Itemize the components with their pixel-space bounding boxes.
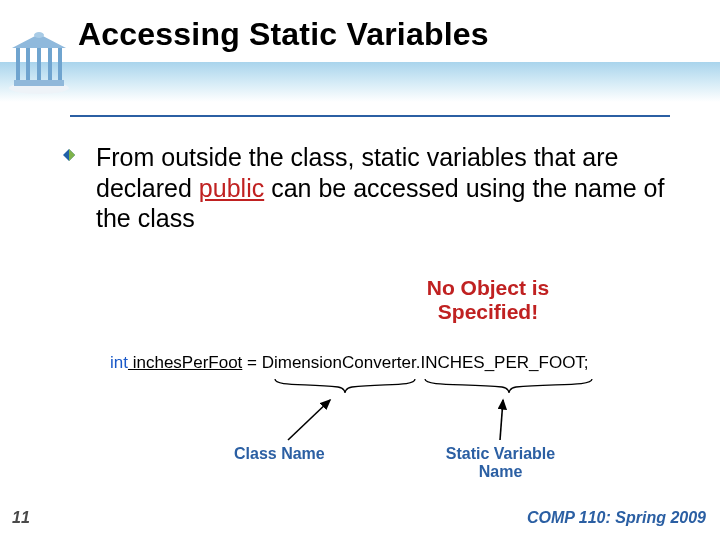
svg-rect-2 — [16, 46, 20, 80]
page-number: 11 — [12, 509, 30, 527]
body-paragraph: From outside the class, static variables… — [96, 142, 686, 234]
svg-rect-6 — [58, 46, 62, 80]
code-example: int inchesPerFoot = DimensionConverter.I… — [110, 353, 589, 373]
body-public-word: public — [199, 174, 264, 202]
unc-well-logo — [6, 30, 72, 96]
label-static-variable-name: Static Variable Name — [418, 445, 583, 482]
svg-rect-4 — [37, 46, 41, 80]
bullet-icon — [63, 149, 75, 161]
code-rest: = DimensionConverter.INCHES_PER_FOOT; — [242, 353, 588, 372]
code-keyword: int — [110, 353, 128, 372]
slide-title: Accessing Static Variables — [78, 16, 489, 53]
callout-no-object: No Object is Specified! — [378, 276, 598, 324]
title-underline — [70, 115, 670, 117]
annotation-arrows — [0, 370, 720, 480]
svg-rect-5 — [48, 46, 52, 80]
code-varname: inchesPerFoot — [128, 353, 242, 372]
callout-line1: No Object is — [427, 276, 550, 299]
svg-line-9 — [500, 400, 503, 440]
course-footer: COMP 110: Spring 2009 — [527, 509, 706, 527]
label-class-name: Class Name — [234, 445, 325, 463]
callout-line2: Specified! — [438, 300, 538, 323]
svg-line-8 — [288, 400, 330, 440]
svg-point-7 — [34, 32, 44, 38]
svg-rect-1 — [14, 80, 64, 86]
header-gradient — [0, 62, 720, 102]
svg-rect-3 — [26, 46, 30, 80]
